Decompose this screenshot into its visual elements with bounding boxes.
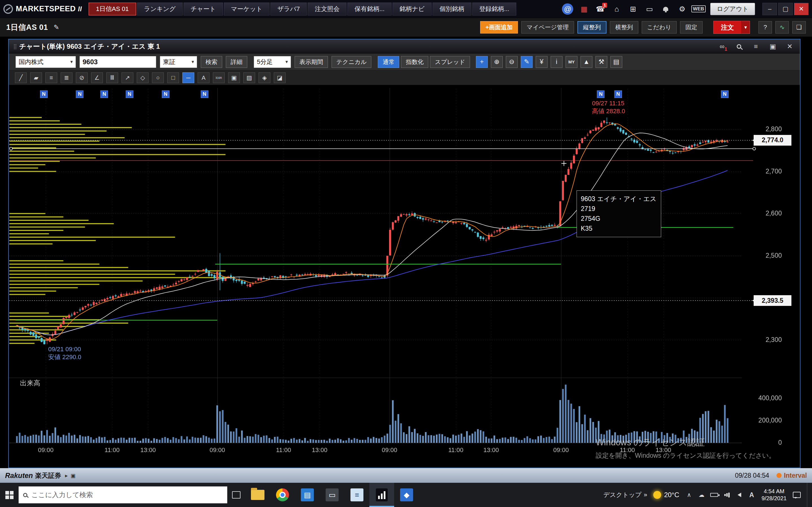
photos-app-icon[interactable]: ◆ — [394, 483, 419, 507]
menu-icon[interactable]: ≡ — [750, 41, 762, 52]
apps-grid-icon[interactable]: ▦ — [578, 3, 590, 15]
add-window-icon[interactable]: ⊞ — [627, 3, 639, 15]
taskbar-clock[interactable]: 4:54 AM 9/28/2021 — [762, 488, 786, 502]
interval-select[interactable]: 5分足▾ — [254, 56, 291, 68]
chart-style-icon[interactable]: ▲ — [580, 56, 592, 68]
cloud-icon[interactable]: ☁ — [698, 492, 705, 498]
mode-spread-button[interactable]: スプレッド — [430, 56, 470, 68]
angle-line-icon[interactable]: ∠ — [91, 72, 103, 83]
marketspeed-app-icon[interactable] — [369, 483, 394, 507]
help-button[interactable]: ? — [758, 21, 772, 34]
mypage-manage-button[interactable]: マイページ管理 — [521, 21, 574, 34]
file-explorer-icon[interactable] — [245, 483, 270, 507]
menu-tab-4[interactable]: マーケット — [224, 3, 269, 15]
gann-circle-icon[interactable]: ⊘ — [76, 72, 88, 83]
ime-language-icon[interactable]: A — [748, 491, 755, 499]
my-settings-icon[interactable]: MY — [566, 56, 577, 68]
marker-icon[interactable]: ▰ — [30, 72, 42, 83]
hlines-icon[interactable]: ≡ — [45, 72, 57, 83]
show-desktop-button[interactable] — [807, 483, 809, 507]
menu-tab-3[interactable]: チャート — [184, 3, 223, 15]
menu-tab-2[interactable]: ランキング — [137, 3, 183, 15]
trendline-icon[interactable]: ╱ — [15, 72, 27, 83]
popout-icon[interactable]: ▣ — [767, 41, 778, 52]
presentation-icon[interactable]: ▭ — [644, 3, 655, 15]
task-view-button[interactable] — [227, 483, 245, 507]
network-icon[interactable] — [723, 493, 730, 497]
panel-icon[interactable]: ▣ — [70, 472, 75, 479]
horizontal-line-icon[interactable]: ─ — [183, 72, 194, 83]
kodawari-button[interactable]: こだわり — [642, 21, 677, 34]
chrome-icon[interactable] — [270, 483, 295, 507]
price-chart-canvas[interactable] — [9, 85, 800, 467]
chart-window-titlebar[interactable]: ⣿ チャート(単体) 9603 エイチ・アイ・エス 東 1 ∞1 ≡ ▣ ✕ — [9, 40, 800, 54]
icon-stamp-icon[interactable]: icon — [213, 72, 225, 83]
mode-normal-button[interactable]: 通常 — [378, 56, 399, 68]
draw-pencil-icon[interactable]: ✎ — [521, 56, 532, 68]
symbol-code-input[interactable] — [80, 56, 156, 68]
assist-icon[interactable]: @ — [562, 3, 573, 15]
search-icon[interactable] — [733, 41, 745, 52]
home-icon[interactable]: ⌂ — [611, 3, 622, 15]
bell-icon[interactable] — [660, 3, 671, 15]
settings-gear-icon[interactable]: ⚙ — [676, 3, 688, 15]
phone-icon[interactable]: ☎1 — [595, 3, 606, 15]
expand-icon[interactable]: ▸ — [65, 472, 68, 479]
ellipse-icon[interactable]: ○ — [152, 72, 164, 83]
screen-share-icon[interactable]: ▭ — [320, 483, 345, 507]
taskbar-search[interactable]: ここに入力して検索 — [18, 487, 227, 503]
web-badge[interactable]: WEB — [693, 3, 704, 15]
clear-all-icon[interactable]: ◪ — [274, 72, 286, 83]
action-center-icon[interactable] — [793, 492, 801, 498]
logout-button[interactable]: ログアウト — [710, 3, 755, 15]
search-symbol-button[interactable]: 検索 — [201, 56, 222, 68]
image-icon[interactable]: ▨ — [243, 72, 255, 83]
remote-app-icon[interactable]: ▤ — [295, 483, 320, 507]
close-button[interactable]: ✕ — [794, 3, 809, 15]
tray-overflow-icon[interactable]: ∧ — [686, 492, 693, 498]
market-select[interactable]: 国内株式▾ — [15, 56, 76, 68]
close-window-icon[interactable]: ✕ — [784, 41, 795, 52]
quick-chart-button[interactable]: ∿ — [775, 21, 789, 34]
technical-button[interactable]: テクニカル — [332, 56, 371, 68]
print-icon[interactable]: ▤ — [610, 56, 622, 68]
info-icon[interactable]: i — [551, 56, 562, 68]
pin-button[interactable]: 固定 — [680, 21, 703, 34]
minimize-button[interactable]: – — [762, 3, 777, 15]
period-button[interactable]: 表示期間 — [295, 56, 328, 68]
menu-tab-9[interactable]: 個別銘柄 — [433, 3, 471, 15]
weather-widget[interactable]: 20°C — [653, 491, 679, 499]
menu-tab-5[interactable]: ザラバ7 — [270, 3, 307, 15]
order-button[interactable]: 注文 ▾ — [713, 21, 750, 34]
text-label-icon[interactable]: A — [198, 72, 209, 83]
grid-lines-icon[interactable]: ≣ — [61, 72, 72, 83]
battery-icon[interactable] — [710, 493, 718, 497]
menu-tab-6[interactable]: 注文照会 — [308, 3, 347, 15]
menu-tab-10[interactable]: 登録銘柄... — [472, 3, 516, 15]
layout-button[interactable]: ❏ — [792, 21, 806, 34]
eraser-icon[interactable]: ◈ — [259, 72, 270, 83]
start-button[interactable] — [0, 483, 18, 507]
zoom-out-icon[interactable]: ⊖ — [506, 56, 518, 68]
edit-pencil-icon[interactable]: ✎ — [54, 23, 59, 31]
desktop-toolbar[interactable]: デスクトップ» — [603, 491, 647, 499]
zoom-in-icon[interactable]: ⊕ — [491, 56, 503, 68]
add-screen-button[interactable]: +画面追加 — [480, 21, 518, 34]
notes-app-icon[interactable]: ≡ — [345, 483, 369, 507]
exchange-select[interactable]: 東証▾ — [160, 56, 197, 68]
volume-icon[interactable] — [735, 493, 743, 497]
detail-button[interactable]: 詳細 — [226, 56, 247, 68]
align-vertical-button[interactable]: 縦整列 — [577, 21, 606, 34]
arrow-line-icon[interactable]: ↗ — [121, 72, 133, 83]
polygon-icon[interactable]: ◇ — [137, 72, 149, 83]
duplicate-icon[interactable]: ▣ — [228, 72, 240, 83]
menu-tab-7[interactable]: 保有銘柄... — [347, 3, 391, 15]
menu-tab-8[interactable]: 銘柄ナビ — [393, 3, 432, 15]
rectangle-icon[interactable]: □ — [167, 72, 179, 83]
menu-tab-1[interactable]: 1日信AS 01 — [89, 3, 136, 15]
tools-wrench-icon[interactable]: ⚒ — [596, 56, 607, 68]
window-grip-icon[interactable]: ⣿ — [13, 43, 16, 50]
add-pane-icon[interactable]: + — [476, 56, 488, 68]
mode-indexed-button[interactable]: 指数化 — [401, 56, 428, 68]
vlines-icon[interactable]: Ⅲ — [106, 72, 118, 83]
